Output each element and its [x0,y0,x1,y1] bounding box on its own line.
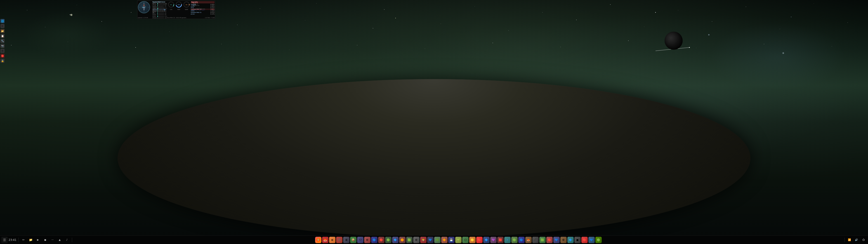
dock-icon-16[interactable]: 💙 [427,237,434,243]
taskbar: ☰ 23:41 ✏ 📁 ▶ ◼ ··· ▲ ♪ 🦊 ⊕ 🎵 🖥 📦 🛡 ⚙ 🔵 … [0,236,868,244]
nebula-effect-2 [23,11,113,57]
dock-icon-firefox[interactable] [315,237,321,243]
svg-text:2%: 2% [186,4,187,5]
uptime-label: Uptime: 1:37:05 [138,17,148,18]
moon-object [664,32,683,50]
dock-icon-3[interactable]: 🎵 [336,237,342,243]
separator-2 [72,238,72,242]
sidebar-icon-camera[interactable]: 📷 [0,44,4,48]
top-cpu-row-1: conky 0.08% [191,5,215,7]
weather-compass: N 14.1° [138,1,150,13]
cpu-bar-0: CPU1 12% [152,3,167,4]
top-cpu-row-4: nemo 1.22% [191,10,215,11]
dock-icon-24[interactable]: 🔷 [483,237,490,243]
star-glow-3 [782,52,784,54]
top-cpu-row-2: Xorg 0.21% [191,7,215,8]
mem-gauge: 45% MEM [176,1,182,8]
dock-icon-22[interactable]: 🟡 [469,237,475,243]
top-cpu-row-5: Isolated Web Co 0.47% [191,12,215,13]
sidebar-icon-folder[interactable]: 📂 [0,29,4,33]
dock-icon-33[interactable]: 🔴 [546,237,553,243]
system-monitor-widget: N 14.1° September 2024 Mo Tu We Th Fr Sa… [137,0,215,19]
cpu-gauge: 8% CPU [168,1,175,8]
menu-button[interactable]: ☰ [1,237,8,243]
dock-icon-29[interactable]: 🔵 [518,237,525,243]
clock-display: 23:41 [8,238,17,242]
separator-1 [18,238,19,242]
sidebar-icon-doc[interactable]: 🗒 [0,49,4,53]
dock-icon-2[interactable]: ⊕ [329,237,336,243]
dock-icon-4[interactable]: 🖥 [343,237,349,243]
dock-icon-23[interactable]: 🔴 [476,237,483,243]
quick-launch-music[interactable]: ♪ [64,237,70,243]
dock-icon-13[interactable]: 🟩 [406,237,412,243]
dock-icon-32[interactable]: 🟩 [539,237,546,243]
quick-launch-terminal[interactable]: ✏ [20,237,27,243]
dock-icon-25[interactable]: 💜 [490,237,497,243]
sidebar-icon-alert[interactable]: 🔴 [0,54,4,58]
sidebar-icon-tools[interactable]: 🔧 [0,39,4,43]
dock-icon-34[interactable]: 💙 [553,237,560,243]
dock-icon-37[interactable]: ◼ [575,237,581,243]
svg-text:45%: 45% [178,4,180,5]
cpu-bar-4: CPU5 7% [152,9,167,11]
top-cpu-header: Top CPU [191,1,215,3]
top-cpu-section: Top CPU kworker 0.09% conky 0.08% Xorg 0… [191,1,215,15]
svg-text:8%: 8% [170,4,172,5]
dock-icon-7[interactable]: ⚙ [364,237,370,243]
sidebar-icon-lock[interactable]: 🔒 [0,59,4,63]
dock-icon-39[interactable]: 💙 [588,237,595,243]
dock-icon-6[interactable]: 🛡 [357,237,364,243]
dock-icon-27[interactable]: 🔹 [504,237,510,243]
taskbar-right: 📶 🔊 ⏻ [844,237,867,243]
separator-right [844,238,845,242]
dock-icon-21[interactable]: ⬡ [462,237,469,243]
dock-icon-40[interactable]: 🟢 [595,237,602,243]
dock-icon-1[interactable]: 🦊 [322,237,329,243]
tray-network[interactable]: 📶 [846,237,852,243]
dock-icon-11[interactable]: 🔷 [392,237,399,243]
dock-icon-5[interactable]: 📦 [350,237,356,243]
planet-surface [118,79,750,237]
ip-label: 1:37:06 / 7:11B [205,17,215,18]
quick-launch-more[interactable]: ··· [49,237,56,243]
dock-icon-30[interactable]: 🦊 [525,237,532,243]
sidebar-icon-notes[interactable]: 📋 [0,34,4,38]
sidebar-icon-edit[interactable]: ✏ [0,24,4,28]
dock-icon-14[interactable]: ⚙ [413,237,420,243]
sidebar-icon-globe[interactable]: 🌐 [0,19,4,23]
dock-icon-36[interactable]: 🔷 [567,237,574,243]
cpu-cores-section: Ryzen 5 5600G CPU1 12% CPU2 8% CPU3 5% C… [152,1,167,19]
dock-icon-12[interactable]: 🟠 [399,237,405,243]
cpu-bar-2: CPU3 5% [152,6,167,7]
star-glow-2 [708,34,710,36]
compass-svg: N 14.1° [138,2,150,13]
taskbar-left: ☰ 23:41 ✏ 📁 ▶ ◼ ··· ▲ ♪ [1,237,73,243]
dock-icon-26[interactable]: 🟥 [497,237,504,243]
top-cpu-row-6: picom 0.14% [191,13,215,15]
dock-icon-15[interactable]: 🦁 [420,237,427,243]
gauges-section: 8% CPU 45% MEM 2% SWAP [168,1,190,8]
dock-icon-8[interactable]: 🔵 [371,237,377,243]
tray-power[interactable]: ⏻ [860,237,867,243]
dock-icon-28[interactable]: 🟢 [511,237,518,243]
quick-launch-sound[interactable]: ▲ [57,237,63,243]
dock-icon-31[interactable]: ⬛ [532,237,539,243]
dock-icon-19[interactable]: 💾 [448,237,455,243]
dock-icon-35[interactable]: ⚙ [560,237,567,243]
cpu-bar-1: CPU2 8% [152,4,167,6]
dock-icon-10[interactable]: 🟢 [385,237,392,243]
quick-launch-record[interactable]: ◼ [42,237,49,243]
dock-icon-20[interactable]: 🌱 [455,237,462,243]
quick-launch-play[interactable]: ▶ [35,237,41,243]
swap-gauge-label: SWAP [183,9,190,10]
dock-icon-38[interactable]: 🔴 [581,237,588,243]
dock-icon-18[interactable]: 🔶 [441,237,447,243]
dock-icon-9[interactable]: 🔴 [378,237,384,243]
dock-icon-17[interactable]: 🌿 [434,237,440,243]
cpu-bar-6: CPU7 9% [152,12,167,14]
quick-launch-files[interactable]: 📁 [28,237,34,243]
svg-marker-53 [143,8,145,11]
tray-volume[interactable]: 🔊 [853,237,860,243]
swap-gauge: 2% SWAP [183,1,190,8]
